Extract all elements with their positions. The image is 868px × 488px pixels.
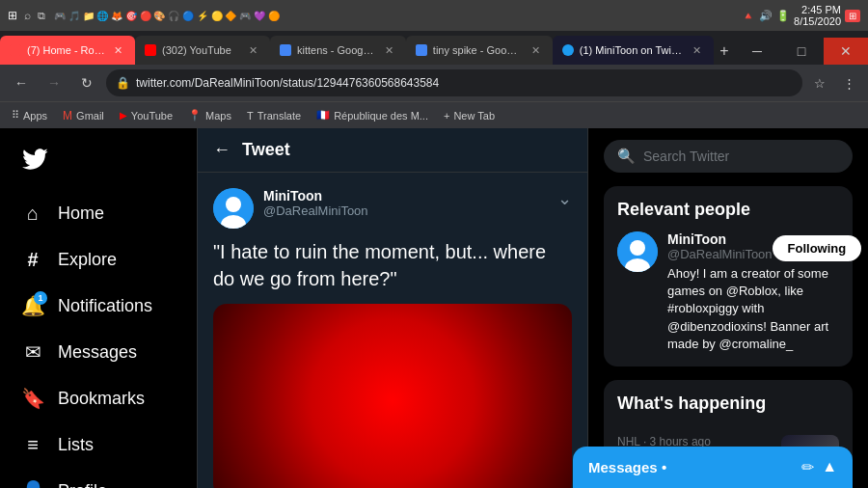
compose-message-icon[interactable]: ✏ xyxy=(801,458,814,476)
tweet-author-handle: @DaRealMiniToon xyxy=(263,203,548,218)
sidebar-item-notifications-label: Notifications xyxy=(58,296,152,316)
bookmarks-icon: 🔖 xyxy=(21,387,44,410)
newtab-label: New Tab xyxy=(453,110,495,122)
sidebar-item-profile-label: Profile xyxy=(58,481,107,489)
battery-icon: 🔋 xyxy=(776,10,790,22)
search-bar[interactable]: 🔍 xyxy=(604,140,853,173)
messages-icon: ✉ xyxy=(21,340,44,364)
tab-kittens-title: kittens - Google Search xyxy=(297,44,376,56)
sidebar-item-explore[interactable]: # Explore xyxy=(12,238,185,281)
maximize-button[interactable]: □ xyxy=(779,38,824,65)
gmail-icon: M xyxy=(63,109,72,122)
bookmark-youtube[interactable]: ▶ YouTube xyxy=(116,108,176,123)
bookmark-apps[interactable]: ⠿ Apps xyxy=(8,107,51,123)
profile-icon: 👤 xyxy=(21,479,44,488)
tab-tiny-spike[interactable]: tiny spike - Google Search ✕ xyxy=(406,36,553,65)
roblox-favicon xyxy=(10,44,21,56)
twitter-sidebar: ⌂ Home # Explore 🔔 1 Notifications ✉ Mes… xyxy=(0,128,198,488)
republique-label: République des M... xyxy=(334,110,428,122)
reload-button[interactable]: ↻ xyxy=(73,69,100,96)
tab-twitter[interactable]: (1) MiniToon on Twitter: "I ha... ✕ xyxy=(553,36,714,65)
taskbar-app-icons: 🎮 🎵 📁 🌐 🦊 🎯 🔴 🎨 🎧 🔵 ⚡ 🟡 🔶 🎮 💜 🟠 xyxy=(54,11,280,21)
sidebar-item-bookmarks-label: Bookmarks xyxy=(58,389,145,409)
bookmark-translate[interactable]: T Translate xyxy=(243,108,305,123)
system-tray: 🔺 🔊 🔋 2:45 PM 8/15/2020 ⊞ xyxy=(742,4,860,27)
home-icon: ⌂ xyxy=(21,202,44,225)
svg-point-4 xyxy=(630,240,645,256)
forward-button[interactable]: → xyxy=(41,69,68,96)
task-view-icon[interactable]: ⧉ xyxy=(38,10,45,22)
gmail-label: Gmail xyxy=(76,110,104,122)
tab-youtube-title: (302) YouTube xyxy=(162,44,240,56)
messages-bar-title: Messages • xyxy=(588,459,666,475)
sidebar-item-messages[interactable]: ✉ Messages xyxy=(12,331,185,373)
sidebar-item-bookmarks[interactable]: 🔖 Bookmarks xyxy=(12,377,185,420)
sidebar-item-lists[interactable]: ≡ Lists xyxy=(12,423,185,466)
twitter-logo[interactable] xyxy=(12,138,185,184)
secure-icon: 🔒 xyxy=(116,76,130,90)
close-button[interactable]: ✕ xyxy=(824,38,868,65)
tweet-menu-button[interactable]: ⌄ xyxy=(557,188,572,209)
collapse-messages-icon[interactable]: ▲ xyxy=(822,458,837,476)
minimize-button[interactable]: ─ xyxy=(735,38,779,65)
address-bar[interactable]: 🔒 twitter.com/DaRealMiniToon/status/1294… xyxy=(106,69,802,96)
tab-kittens[interactable]: kittens - Google Search ✕ xyxy=(270,36,406,65)
tweet-author-avatar xyxy=(213,188,254,229)
newtab-icon: + xyxy=(444,110,449,122)
windows-icon[interactable]: ⊞ xyxy=(8,9,17,22)
youtube-favicon xyxy=(145,44,156,56)
tab-roblox-close[interactable]: ✕ xyxy=(111,43,125,58)
main-tweet-area: ← Tweet MiniToon @DaRealMiniToon ⌄ "I h xyxy=(198,128,588,488)
notification-badge: 1 xyxy=(34,291,47,305)
tab-tiny-spike-title: tiny spike - Google Search xyxy=(433,44,523,56)
bookmarks-bar: ⠿ Apps M Gmail ▶ YouTube 📍 Maps T Transl… xyxy=(0,101,868,128)
clock: 2:45 PM 8/15/2020 xyxy=(794,4,841,27)
tweet-text: "I hate to ruin the moment, but... where… xyxy=(213,238,572,292)
tweet-author-row: MiniToon @DaRealMiniToon ⌄ xyxy=(213,188,572,229)
twitter-favicon xyxy=(562,44,574,56)
relevant-people-section: Relevant people MiniToon @DaRealMiniToon xyxy=(604,186,853,366)
republique-icon: 🇫🇷 xyxy=(316,109,330,122)
sidebar-item-profile[interactable]: 👤 Profile xyxy=(12,470,185,488)
bookmark-republique[interactable]: 🇫🇷 République des M... xyxy=(312,107,432,123)
notification-center-icon[interactable]: ⊞ xyxy=(845,10,860,22)
bookmark-maps[interactable]: 📍 Maps xyxy=(184,107,235,123)
tab-twitter-title: (1) MiniToon on Twitter: "I ha... xyxy=(580,44,684,56)
back-button[interactable]: ← xyxy=(8,69,35,96)
lists-icon: ≡ xyxy=(21,433,44,456)
page-content: ⌂ Home # Explore 🔔 1 Notifications ✉ Mes… xyxy=(0,128,868,488)
messages-bar[interactable]: Messages • ✏ ▲ xyxy=(573,447,853,488)
search-input[interactable] xyxy=(643,149,839,164)
sidebar-item-notifications[interactable]: 🔔 1 Notifications xyxy=(12,285,185,327)
bookmark-gmail[interactable]: M Gmail xyxy=(59,107,108,124)
apps-label: Apps xyxy=(23,110,47,122)
title-bar: ⊞ ⌕ ⧉ 🎮 🎵 📁 🌐 🦊 🎯 🔴 🎨 🎧 🔵 ⚡ 🟡 🔶 🎮 💜 🟠 🔺 … xyxy=(0,0,868,31)
tweet-image xyxy=(213,304,572,488)
tab-youtube-close[interactable]: ✕ xyxy=(246,43,260,58)
tab-roblox-title: (7) Home - Roblox xyxy=(27,44,105,56)
relevant-person-bio: Ahoy! I am a creator of some games on @R… xyxy=(667,265,861,353)
sidebar-item-home[interactable]: ⌂ Home xyxy=(12,192,185,234)
address-text: twitter.com/DaRealMiniToon/status/129447… xyxy=(136,76,793,90)
back-arrow-button[interactable]: ← xyxy=(213,140,231,160)
tab-tiny-spike-close[interactable]: ✕ xyxy=(529,43,543,58)
relevant-person-info: MiniToon @DaRealMiniToon Following Ahoy!… xyxy=(667,231,861,353)
main-header: ← Tweet xyxy=(198,128,587,173)
svg-point-1 xyxy=(226,197,241,212)
follow-button[interactable]: Following xyxy=(773,235,862,261)
google-favicon xyxy=(280,44,291,56)
new-tab-button[interactable]: + xyxy=(714,38,735,65)
translate-label: Translate xyxy=(258,110,301,122)
bookmark-newtab[interactable]: + New Tab xyxy=(440,108,499,123)
sidebar-item-messages-label: Messages xyxy=(58,342,137,363)
messages-bar-icons: ✏ ▲ xyxy=(801,458,837,476)
search-taskbar-icon[interactable]: ⌕ xyxy=(24,9,31,22)
browser-menu[interactable]: ⋮ xyxy=(837,71,860,95)
tab-roblox[interactable]: (7) Home - Roblox ✕ xyxy=(0,36,135,65)
tab-youtube[interactable]: (302) YouTube ✕ xyxy=(135,36,270,65)
tab-twitter-close[interactable]: ✕ xyxy=(690,43,704,58)
tweet-author-info: MiniToon @DaRealMiniToon xyxy=(263,188,548,218)
sidebar-item-explore-label: Explore xyxy=(58,250,117,270)
tab-kittens-close[interactable]: ✕ xyxy=(382,43,396,58)
bookmark-star[interactable]: ☆ xyxy=(808,71,831,95)
